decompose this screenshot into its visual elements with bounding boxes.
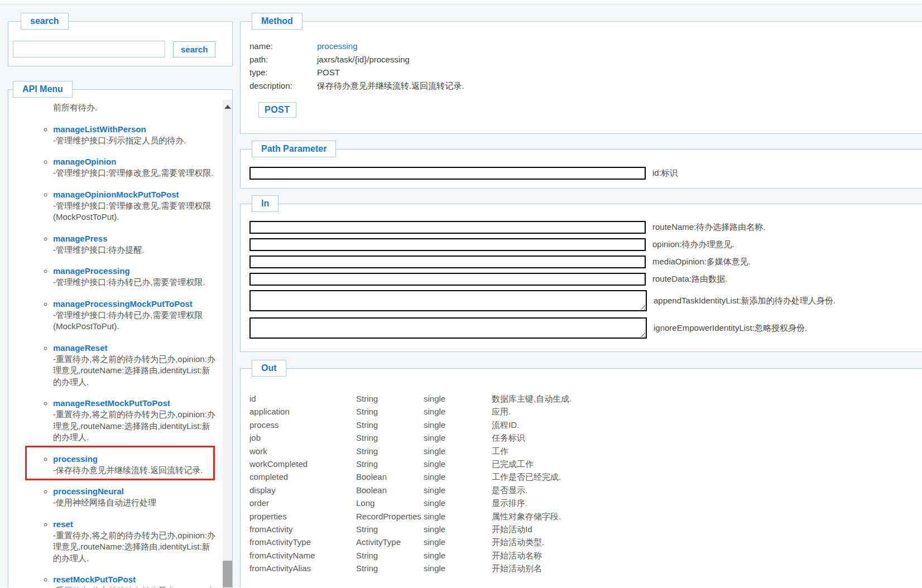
api-menu-scroll-area: 前所有待办. manageListWithPerson -管理维护接口:列示指定…	[12, 98, 232, 587]
table-row: fromActivityType ActivityType single 开始活…	[249, 536, 922, 548]
out-field-name: fromActivity	[249, 523, 356, 536]
api-menu-item-description: -重置待办,将之前的待办转为已办,opinion:办理意见,routeName:…	[53, 409, 218, 444]
api-menu-panel: API Menu 前所有待办. manageListWithPerson -管理…	[8, 81, 233, 587]
api-menu-link[interactable]: manageOpinion	[53, 157, 116, 166]
api-menu-item-description: -管理维护接口:管理修改意见,需要管理权限(MockPostToPut).	[53, 200, 218, 223]
out-field-name: fromActivityAlias	[249, 562, 356, 575]
routename-input[interactable]	[249, 221, 646, 234]
method-label: name:	[249, 40, 317, 53]
table-row: job String single 任务标识	[249, 431, 922, 444]
table-row: display Boolean single 是否显示.	[249, 484, 922, 497]
table-row: completed Boolean single 工作是否已经完成.	[249, 470, 922, 483]
scroll-up-icon[interactable]	[224, 105, 231, 109]
scrollbar[interactable]	[223, 100, 232, 587]
method-panel-legend: Method	[252, 13, 302, 30]
api-menu-link[interactable]: manageProcessing	[53, 266, 130, 276]
id-input[interactable]	[249, 167, 646, 180]
api-menu-item-description: -管理维护接口:列示指定人员的待办.	[53, 135, 218, 147]
method-row-description: description: 保存待办意见并继续流转.返回流转记录.	[249, 79, 922, 93]
search-input[interactable]	[13, 41, 165, 57]
method-type-value: POST	[317, 66, 340, 79]
param-row-routedata: routeData:路由数据.	[249, 273, 922, 286]
api-menu-list: 前所有待办. manageListWithPerson -管理维护接口:列示指定…	[12, 102, 222, 587]
out-field-cardinality: single	[424, 405, 492, 418]
out-table: id String single 数据库主键,自动生成. application…	[249, 392, 922, 575]
table-row: workCompleted String single 已完成工作	[249, 457, 922, 470]
api-menu-item-description: -使用神经网络自动进行处理	[53, 497, 218, 509]
out-field-cardinality: single	[424, 549, 492, 562]
method-row-type: type: POST	[249, 66, 922, 79]
api-menu-link[interactable]: processing	[53, 454, 98, 464]
in-panel-legend: In	[252, 195, 278, 212]
list-item: manageListWithPerson -管理维护接口:列示指定人员的待办.	[53, 123, 218, 147]
out-field-description: 已完成工作	[492, 457, 922, 470]
api-menu-link[interactable]: reset	[53, 519, 73, 529]
out-field-name: workCompleted	[249, 457, 356, 470]
out-field-cardinality: single	[424, 510, 492, 523]
out-field-description: 显示排序.	[492, 497, 922, 509]
method-row-name: name: processing	[249, 40, 922, 53]
out-field-name: id	[249, 392, 356, 405]
out-field-name: fromActivityName	[249, 549, 356, 562]
out-field-description: 是否显示.	[492, 484, 922, 497]
search-panel-legend: search	[21, 13, 69, 30]
out-field-name: application	[249, 405, 356, 418]
table-row: fromActivity String single 开始活动Id	[249, 523, 922, 536]
post-button[interactable]: POST	[258, 102, 296, 118]
appendtaskidentitylist-textarea[interactable]	[249, 290, 647, 311]
ignoreempoweridentitylist-textarea[interactable]	[249, 317, 647, 339]
out-panel-legend: Out	[252, 360, 286, 377]
out-field-cardinality: single	[424, 484, 492, 497]
list-item-selected: processing -保存待办意见并继续流转.返回流转记录.	[53, 453, 218, 476]
out-field-type: Long	[356, 497, 424, 509]
api-menu-item-description: -管理维护接口:待办转已办,需要管理权限(MockPostToPut).	[53, 310, 218, 332]
api-menu-link[interactable]: manageProcessingMockPutToPost	[53, 299, 193, 309]
out-field-cardinality: single	[424, 497, 492, 509]
list-item: manageReset -重置待办,将之前的待办转为已办,opinion:办理意…	[53, 342, 218, 388]
method-panel: Method name: processing path: jaxrs/task…	[240, 13, 922, 134]
param-label: appendTaskIdentityList:新添加的待办处理人身份.	[654, 296, 835, 306]
table-row: order Long single 显示排序.	[249, 497, 922, 509]
page-top-divider	[0, 0, 922, 4]
api-menu-item-description: 前所有待办.	[53, 102, 218, 114]
out-field-type: Boolean	[356, 470, 424, 483]
api-menu-link[interactable]: manageListWithPerson	[53, 124, 146, 134]
out-field-type: String	[356, 418, 424, 431]
param-label: id:标识	[652, 168, 678, 179]
table-row: application String single 应用.	[249, 405, 922, 418]
method-label: path:	[249, 53, 317, 66]
routedata-input[interactable]	[249, 273, 646, 286]
out-field-description: 开始活动类型.	[492, 536, 922, 548]
api-menu-link[interactable]: managePress	[53, 234, 108, 243]
search-button[interactable]: search	[173, 41, 215, 57]
out-field-cardinality: single	[424, 523, 492, 536]
api-menu-link[interactable]: resetMockPutToPost	[53, 575, 136, 584]
table-row: properties RecordProperties single 属性对象存…	[249, 510, 922, 523]
out-field-type: String	[356, 431, 424, 444]
out-field-type: String	[356, 445, 424, 457]
api-menu-item-description: -保存待办意见并继续流转.返回流转记录.	[53, 465, 218, 476]
out-field-cardinality: single	[424, 431, 492, 444]
mediaopinion-input[interactable]	[249, 256, 646, 268]
api-menu-link[interactable]: manageOpinionMockPutToPost	[53, 190, 179, 199]
out-field-type: String	[356, 405, 424, 418]
out-field-cardinality: single	[424, 536, 492, 548]
scrollbar-thumb[interactable]	[223, 561, 232, 587]
out-field-description: 应用.	[492, 405, 922, 418]
method-label: description:	[249, 79, 317, 93]
api-menu-link[interactable]: manageResetMockPutToPost	[53, 398, 170, 408]
table-row: fromActivityAlias String single 开始活动别名	[249, 562, 922, 575]
method-name-link[interactable]: processing	[317, 40, 358, 53]
list-item: manageProcessing -管理维护接口:待办转已办,需要管理权限.	[53, 265, 218, 288]
opinion-input[interactable]	[249, 238, 646, 251]
in-panel: In routeName:待办选择路由名称. opinion:待办办理意见. m…	[240, 195, 922, 352]
out-field-name: completed	[249, 470, 356, 483]
api-menu-link[interactable]: manageReset	[53, 343, 108, 353]
out-field-type: String	[356, 457, 424, 470]
out-field-cardinality: single	[424, 445, 492, 457]
out-field-type: String	[356, 562, 424, 575]
api-menu-item-description: -重置待办,将之前的待办转为已办,opinion:办理意见,routeName:…	[53, 354, 218, 388]
out-field-type: String	[356, 392, 424, 405]
api-menu-link[interactable]: processingNeural	[53, 486, 124, 496]
param-row-mediaopinion: mediaOpinion:多媒体意见.	[249, 256, 922, 268]
